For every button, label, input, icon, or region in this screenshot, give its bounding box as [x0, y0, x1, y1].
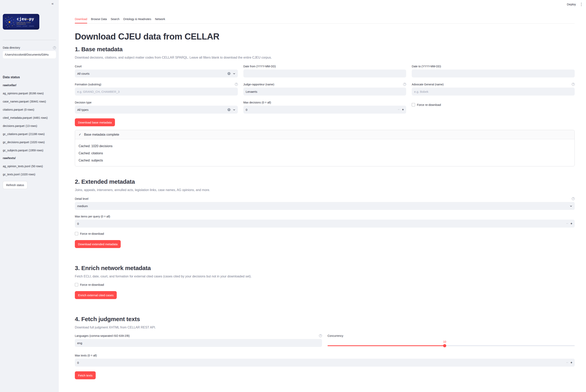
- date-to-input[interactable]: [412, 70, 575, 78]
- section-title: 4. Fetch judgment texts: [75, 316, 575, 322]
- court-value: All courts: [77, 72, 89, 75]
- help-icon[interactable]: ?: [403, 83, 406, 86]
- file-status-item: ag_opinions.parquet(8166 rows): [3, 92, 56, 95]
- file-status-item: citations.parquet(0 rows): [3, 108, 56, 111]
- detail-level-select[interactable]: medium: [75, 202, 575, 210]
- force-redownload-label: Force re-download: [80, 232, 104, 235]
- main-content: Deploy ⋮ Download Browse Data Search Ont…: [59, 0, 586, 392]
- data-status-title: Data status: [3, 76, 56, 79]
- file-status-item: gc_decisions.parquet(1020 rows): [3, 140, 56, 144]
- judge-rapporteur-input[interactable]: Lenaerts: [243, 88, 406, 96]
- refresh-status-button[interactable]: Refresh status: [3, 181, 27, 189]
- detail-level-label: Detail level: [75, 197, 88, 200]
- judge-rapporteur-value: Lenaerts: [246, 90, 257, 93]
- section-description: Download decisions, citations, and subje…: [75, 56, 575, 60]
- force-redownload-checkbox[interactable]: [75, 232, 78, 235]
- section-title: 2. Extended metadata: [75, 178, 575, 185]
- help-icon[interactable]: ?: [572, 197, 575, 200]
- date-from-label: Date from (YYYY-MM-DD): [243, 65, 276, 68]
- languages-input[interactable]: eng: [75, 339, 322, 347]
- languages-label: Languages (comma-separated ISO 639-2/B): [75, 334, 130, 338]
- status-body: Cached: 1020 decisions Cached: citations…: [75, 139, 575, 166]
- force-redownload-label: Force re-download: [80, 283, 104, 286]
- concurrency-label: Concurrency: [328, 334, 343, 338]
- tab-bar: Download Browse Data Search Ontology & H…: [75, 18, 575, 24]
- data-directory-value: /Users/niccoloridi/Documents/GitHu: [5, 53, 49, 56]
- section-title: 1. Base metadata: [75, 46, 575, 52]
- app-header: Deploy ⋮: [567, 2, 583, 6]
- date-from-input[interactable]: [243, 70, 406, 78]
- max-items-label: Max items per query (0 = all): [75, 215, 110, 218]
- force-redownload-label: Force re-download: [417, 103, 441, 106]
- advocate-general-label: Advocate General (name): [412, 83, 444, 86]
- file-status-item: decisions.parquet(13 rows): [3, 124, 56, 128]
- slider-fill: [328, 345, 445, 346]
- force-redownload-checkbox[interactable]: [75, 283, 78, 286]
- increment-icon[interactable]: +: [402, 108, 404, 112]
- force-redownload-checkbox[interactable]: [412, 103, 415, 106]
- tab-network[interactable]: Network: [155, 18, 165, 24]
- max-decisions-stepper[interactable]: 0 − +: [243, 106, 406, 114]
- download-base-metadata-button[interactable]: Download base metadata: [75, 118, 115, 126]
- logo-network-graphic: [3, 15, 17, 28]
- max-items-stepper[interactable]: 0 − +: [75, 220, 575, 228]
- detail-level-value: medium: [77, 204, 88, 208]
- max-texts-label: Max texts (0 = all): [75, 354, 97, 357]
- clear-icon[interactable]: ✕: [227, 72, 230, 75]
- logo-wordmark: cjeu–py: [17, 17, 38, 21]
- file-status-item: gc_subjects.parquet(1959 rows): [3, 149, 56, 152]
- logo-tagline: collect · extract · classify: [17, 26, 38, 27]
- sidebar: « cjeu–py EMPIRICAL CJEU RESEARCH collec…: [0, 0, 59, 392]
- page-title: Download CJEU data from CELLAR: [75, 32, 575, 42]
- data-directory-input[interactable]: /Users/niccoloridi/Documents/GitHu: [3, 51, 56, 58]
- sidebar-collapse-icon[interactable]: «: [51, 2, 53, 5]
- help-icon[interactable]: ?: [319, 334, 322, 337]
- increment-icon[interactable]: +: [571, 361, 572, 364]
- decrement-icon[interactable]: −: [566, 361, 568, 364]
- slider-thumb[interactable]: [443, 344, 446, 347]
- data-directory-label: Data directory: [3, 46, 20, 49]
- max-texts-stepper[interactable]: 0 − +: [75, 359, 575, 366]
- section-base-metadata: 1. Base metadata Download decisions, cit…: [75, 46, 575, 166]
- section-enrich-network: 3. Enrich network metadata Fetch ECLI, d…: [75, 265, 575, 299]
- enrich-external-cited-cases-button[interactable]: Enrich external cited cases: [75, 291, 117, 299]
- deploy-button[interactable]: Deploy: [567, 3, 576, 6]
- section-extended-metadata: 2. Extended metadata Joins, appeals, int…: [75, 178, 575, 248]
- chevron-down-icon: [233, 108, 235, 111]
- decrement-icon[interactable]: −: [566, 222, 568, 226]
- tab-browse-data[interactable]: Browse Data: [91, 18, 107, 24]
- tab-search[interactable]: Search: [110, 18, 119, 24]
- base-metadata-status: ✓ Base metadata complete Cached: 1020 de…: [75, 130, 575, 166]
- status-header[interactable]: ✓ Base metadata complete: [75, 130, 575, 139]
- advocate-general-input[interactable]: e.g. Bobek: [412, 88, 575, 96]
- slider-value: 10: [443, 340, 446, 343]
- file-group-header: raw/texts/: [3, 156, 56, 160]
- more-menu-icon[interactable]: ⋮: [580, 2, 583, 6]
- formation-input[interactable]: e.g. GRAND_CH, CHAMBER_3: [75, 88, 238, 96]
- date-to-label: Date to (YYYY-MM-DD): [412, 65, 441, 68]
- help-icon[interactable]: ?: [235, 83, 238, 86]
- download-extended-metadata-button[interactable]: Download extended metadata: [75, 240, 121, 248]
- decision-type-label: Decision type: [75, 101, 91, 104]
- concurrency-slider[interactable]: 10: [328, 342, 575, 349]
- increment-icon[interactable]: +: [571, 222, 572, 226]
- chevron-down-icon: [570, 205, 572, 207]
- help-icon[interactable]: ?: [53, 46, 56, 49]
- clear-icon[interactable]: ✕: [227, 108, 230, 111]
- decision-type-select[interactable]: All types ✕: [75, 106, 238, 114]
- help-icon[interactable]: ?: [572, 83, 575, 86]
- tab-download[interactable]: Download: [75, 18, 87, 24]
- status-line: Cached: subjects: [79, 159, 571, 162]
- section-fetch-texts: 4. Fetch judgment texts Download full ju…: [75, 316, 575, 379]
- court-select[interactable]: All courts ✕: [75, 70, 238, 78]
- status-line: Cached: 1020 decisions: [79, 144, 571, 148]
- chevron-down-icon: [233, 72, 235, 75]
- advocate-general-placeholder: e.g. Bobek: [414, 90, 428, 93]
- decrement-icon[interactable]: −: [398, 108, 400, 112]
- tab-ontology-headnotes[interactable]: Ontology & Headnotes: [123, 18, 151, 24]
- fetch-texts-button[interactable]: Fetch texts: [75, 371, 96, 379]
- app-logo: cjeu–py EMPIRICAL CJEU RESEARCH collect …: [3, 14, 39, 30]
- formation-placeholder: e.g. GRAND_CH, CHAMBER_3: [77, 90, 119, 93]
- section-title: 3. Enrich network metadata: [75, 265, 575, 272]
- check-icon: ✓: [79, 133, 81, 136]
